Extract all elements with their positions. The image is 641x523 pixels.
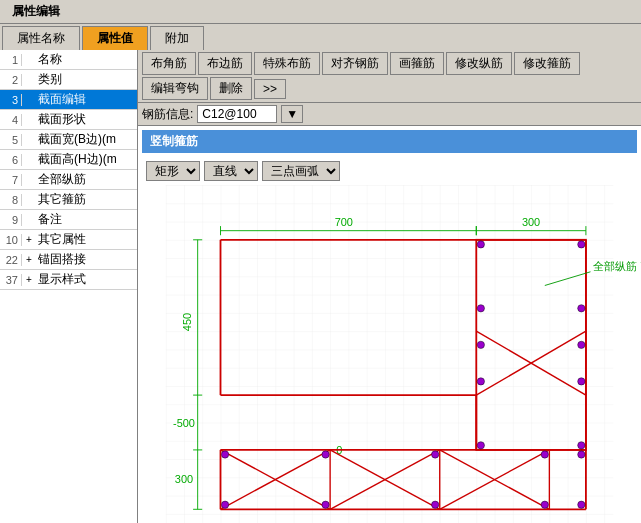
svg-text:700: 700 [335,216,353,228]
svg-point-54 [221,501,228,508]
property-row-4[interactable]: 5截面宽(B边)(m [0,130,137,150]
prop-row-num-9: 10 [0,234,22,246]
toolbar-btn-9[interactable]: >> [254,79,286,99]
svg-point-50 [477,305,484,312]
svg-point-55 [578,451,585,458]
prop-row-expand-11[interactable]: + [22,274,36,285]
prop-row-num-1: 2 [0,74,22,86]
svg-point-57 [322,451,329,458]
svg-point-59 [432,451,439,458]
property-row-6[interactable]: 7全部纵筋 [0,170,137,190]
toolbar-btn-0[interactable]: 布角筋 [142,52,196,75]
property-row-0[interactable]: 1名称 [0,50,137,70]
tab-attr-value[interactable]: 属性值 [82,26,148,50]
property-row-1[interactable]: 2类别 [0,70,137,90]
steel-info-row: 钢筋信息: ▼ [138,103,641,126]
toolbar-btn-4[interactable]: 画箍筋 [390,52,444,75]
toolbar-btn-7[interactable]: 编辑弯钩 [142,77,208,100]
svg-text:300: 300 [175,473,193,485]
prop-row-label-6: 全部纵筋 [36,170,137,189]
content-area: 1名称2类别3截面编辑4截面形状5截面宽(B边)(m6截面高(H边)(m7全部纵… [0,50,641,523]
prop-row-label-5: 截面高(H边)(m [36,150,137,169]
prop-row-num-4: 5 [0,134,22,146]
section-drawing: 700 300 450 -500 [138,185,641,523]
svg-point-45 [477,442,484,449]
property-row-8[interactable]: 9备注 [0,210,137,230]
prop-row-num-11: 37 [0,274,22,286]
svg-text:450: 450 [181,313,193,331]
property-row-5[interactable]: 6截面高(H边)(m [0,150,137,170]
tab-attr-name[interactable]: 属性名称 [2,26,80,50]
toolbar-btn-1[interactable]: 布边筋 [198,52,252,75]
property-row-10[interactable]: 22+锚固搭接 [0,250,137,270]
svg-point-52 [477,378,484,385]
prop-row-num-7: 8 [0,194,22,206]
right-panel: 布角筋布边筋特殊布筋对齐钢筋画箍筋修改纵筋修改箍筋编辑弯钩删除>> 钢筋信息: … [138,50,641,523]
steel-info-label: 钢筋信息: [142,106,193,123]
prop-row-label-1: 类别 [36,70,137,89]
shape-select-arc[interactable]: 三点画弧 [262,161,340,181]
toolbar-btn-6[interactable]: 修改箍筋 [514,52,580,75]
dropdown-arrow-icon[interactable]: ▼ [281,105,303,123]
svg-point-48 [578,341,585,348]
prop-row-expand-9[interactable]: + [22,234,36,245]
svg-point-53 [221,451,228,458]
property-list: 1名称2类别3截面编辑4截面形状5截面宽(B边)(m6截面高(H边)(m7全部纵… [0,50,137,290]
tab-additional[interactable]: 附加 [150,26,204,50]
main-container: 属性编辑 属性名称 属性值 附加 1名称2类别3截面编辑4截面形状5截面宽(B边… [0,0,641,523]
prop-row-num-5: 6 [0,154,22,166]
svg-point-46 [578,442,585,449]
property-row-11[interactable]: 37+显示样式 [0,270,137,290]
svg-point-62 [541,501,548,508]
svg-text:300: 300 [522,216,540,228]
prop-row-num-2: 3 [0,94,22,106]
toolbar-btn-3[interactable]: 对齐钢筋 [322,52,388,75]
prop-row-label-4: 截面宽(B边)(m [36,130,137,149]
left-panel: 1名称2类别3截面编辑4截面形状5截面宽(B边)(m6截面高(H边)(m7全部纵… [0,50,138,523]
shape-row: 矩形 直线 三点画弧 [142,159,637,183]
svg-point-49 [578,378,585,385]
prop-row-label-8: 备注 [36,210,137,229]
shape-select-line[interactable]: 直线 [204,161,258,181]
drawing-area: 700 300 450 -500 [138,185,641,523]
toolbar-btn-5[interactable]: 修改纵筋 [446,52,512,75]
prop-row-label-10: 锚固搭接 [36,250,137,269]
toolbar-btn-8[interactable]: 删除 [210,77,252,100]
svg-point-43 [477,241,484,248]
property-row-9[interactable]: 10+其它属性 [0,230,137,250]
svg-point-44 [578,241,585,248]
toolbar: 布角筋布边筋特殊布筋对齐钢筋画箍筋修改纵筋修改箍筋编辑弯钩删除>> [138,50,641,103]
prop-row-label-0: 名称 [36,50,137,69]
prop-row-label-9: 其它属性 [36,230,137,249]
svg-point-51 [477,341,484,348]
prop-row-label-11: 显示样式 [36,270,137,289]
prop-row-num-10: 22 [0,254,22,266]
svg-point-56 [578,501,585,508]
prop-row-expand-10[interactable]: + [22,254,36,265]
prop-row-num-0: 1 [0,54,22,66]
svg-point-58 [322,501,329,508]
svg-point-61 [541,451,548,458]
prop-row-num-3: 4 [0,114,22,126]
property-row-2[interactable]: 3截面编辑 [0,90,137,110]
svg-text:全部纵筋 7B22+17B16: 全部纵筋 7B22+17B16 [593,260,641,272]
prop-row-label-2: 截面编辑 [36,90,137,109]
panel-title: 属性编辑 [4,1,68,22]
prop-row-num-8: 9 [0,214,22,226]
svg-point-60 [432,501,439,508]
steel-info-input[interactable] [197,105,277,123]
highlight-section-box: 竖制箍筋 [142,130,637,153]
shape-select-rect[interactable]: 矩形 [146,161,200,181]
prop-row-num-6: 7 [0,174,22,186]
svg-text:-500: -500 [173,417,195,429]
prop-row-label-7: 其它箍筋 [36,190,137,209]
svg-point-47 [578,305,585,312]
property-row-7[interactable]: 8其它箍筋 [0,190,137,210]
property-row-3[interactable]: 4截面形状 [0,110,137,130]
prop-row-label-3: 截面形状 [36,110,137,129]
toolbar-btn-2[interactable]: 特殊布筋 [254,52,320,75]
